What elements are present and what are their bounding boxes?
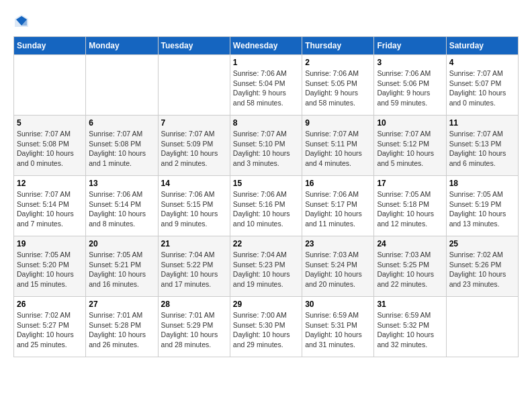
day-number: 8 bbox=[233, 118, 299, 128]
logo-icon bbox=[13, 13, 30, 30]
calendar-week-row: 1Sunrise: 7:06 AMSunset: 5:04 PMDaylight… bbox=[14, 55, 519, 116]
calendar-day-cell: 28Sunrise: 7:01 AMSunset: 5:29 PMDayligh… bbox=[158, 297, 230, 357]
day-number: 11 bbox=[449, 118, 515, 128]
day-number: 13 bbox=[89, 179, 154, 188]
calendar-day-cell bbox=[14, 55, 86, 116]
day-number: 9 bbox=[305, 118, 371, 128]
calendar-day-cell: 27Sunrise: 7:01 AMSunset: 5:28 PMDayligh… bbox=[86, 297, 158, 357]
calendar-week-row: 19Sunrise: 7:05 AMSunset: 5:20 PMDayligh… bbox=[14, 236, 519, 297]
day-info: Sunrise: 7:06 AMSunset: 5:04 PMDaylight:… bbox=[233, 68, 299, 108]
calendar-day-cell: 18Sunrise: 7:05 AMSunset: 5:19 PMDayligh… bbox=[446, 176, 518, 236]
day-info: Sunrise: 7:07 AMSunset: 5:08 PMDaylight:… bbox=[89, 129, 154, 169]
calendar-week-row: 26Sunrise: 7:02 AMSunset: 5:27 PMDayligh… bbox=[14, 297, 519, 357]
calendar-day-cell: 16Sunrise: 7:06 AMSunset: 5:17 PMDayligh… bbox=[302, 176, 374, 236]
day-info: Sunrise: 7:02 AMSunset: 5:27 PMDaylight:… bbox=[17, 310, 83, 350]
calendar-day-cell: 12Sunrise: 7:07 AMSunset: 5:14 PMDayligh… bbox=[14, 176, 86, 236]
calendar-week-row: 5Sunrise: 7:07 AMSunset: 5:08 PMDaylight… bbox=[14, 116, 519, 176]
day-number: 26 bbox=[17, 300, 83, 309]
day-number: 15 bbox=[233, 179, 299, 188]
day-number: 4 bbox=[449, 58, 515, 67]
day-number: 20 bbox=[89, 239, 154, 248]
day-number: 24 bbox=[377, 239, 443, 248]
day-info: Sunrise: 7:04 AMSunset: 5:23 PMDaylight:… bbox=[233, 250, 299, 289]
calendar-day-cell: 13Sunrise: 7:06 AMSunset: 5:14 PMDayligh… bbox=[86, 176, 158, 236]
day-number: 7 bbox=[161, 118, 227, 128]
calendar-day-cell: 25Sunrise: 7:02 AMSunset: 5:26 PMDayligh… bbox=[446, 236, 518, 297]
day-info: Sunrise: 7:07 AMSunset: 5:11 PMDaylight:… bbox=[305, 129, 371, 169]
calendar-day-cell: 5Sunrise: 7:07 AMSunset: 5:08 PMDaylight… bbox=[14, 116, 86, 176]
calendar-day-cell bbox=[158, 55, 230, 116]
day-number: 23 bbox=[305, 239, 371, 248]
day-info: Sunrise: 7:06 AMSunset: 5:06 PMDaylight:… bbox=[377, 68, 443, 108]
day-info: Sunrise: 7:03 AMSunset: 5:25 PMDaylight:… bbox=[377, 250, 443, 289]
day-number: 6 bbox=[89, 118, 154, 128]
day-info: Sunrise: 7:07 AMSunset: 5:12 PMDaylight:… bbox=[377, 129, 443, 169]
page-header bbox=[13, 13, 519, 30]
calendar-day-cell: 7Sunrise: 7:07 AMSunset: 5:09 PMDaylight… bbox=[158, 116, 230, 176]
calendar-day-cell: 22Sunrise: 7:04 AMSunset: 5:23 PMDayligh… bbox=[230, 236, 302, 297]
calendar-day-cell: 24Sunrise: 7:03 AMSunset: 5:25 PMDayligh… bbox=[374, 236, 446, 297]
calendar-day-cell: 19Sunrise: 7:05 AMSunset: 5:20 PMDayligh… bbox=[14, 236, 86, 297]
day-number: 21 bbox=[161, 239, 227, 248]
day-info: Sunrise: 7:02 AMSunset: 5:26 PMDaylight:… bbox=[449, 250, 515, 289]
day-info: Sunrise: 7:03 AMSunset: 5:24 PMDaylight:… bbox=[305, 250, 371, 289]
day-number: 22 bbox=[233, 239, 299, 248]
day-info: Sunrise: 7:06 AMSunset: 5:16 PMDaylight:… bbox=[233, 189, 299, 229]
calendar-day-cell: 9Sunrise: 7:07 AMSunset: 5:11 PMDaylight… bbox=[302, 116, 374, 176]
day-number: 17 bbox=[377, 179, 443, 188]
calendar-header-row: SundayMondayTuesdayWednesdayThursdayFrid… bbox=[14, 37, 519, 55]
day-number: 27 bbox=[89, 300, 154, 309]
calendar-day-header: Sunday bbox=[14, 37, 86, 55]
day-info: Sunrise: 7:05 AMSunset: 5:20 PMDaylight:… bbox=[17, 250, 83, 289]
day-info: Sunrise: 7:07 AMSunset: 5:14 PMDaylight:… bbox=[17, 189, 83, 229]
day-info: Sunrise: 7:01 AMSunset: 5:29 PMDaylight:… bbox=[161, 310, 227, 350]
day-number: 29 bbox=[233, 300, 299, 309]
day-number: 14 bbox=[161, 179, 227, 188]
day-info: Sunrise: 7:06 AMSunset: 5:17 PMDaylight:… bbox=[305, 189, 371, 229]
calendar-day-cell: 23Sunrise: 7:03 AMSunset: 5:24 PMDayligh… bbox=[302, 236, 374, 297]
calendar-day-cell bbox=[86, 55, 158, 116]
day-number: 19 bbox=[17, 239, 83, 248]
calendar-day-cell: 14Sunrise: 7:06 AMSunset: 5:15 PMDayligh… bbox=[158, 176, 230, 236]
day-number: 28 bbox=[161, 300, 227, 309]
day-number: 2 bbox=[305, 58, 371, 67]
calendar-day-cell: 29Sunrise: 7:00 AMSunset: 5:30 PMDayligh… bbox=[230, 297, 302, 357]
calendar-day-cell: 11Sunrise: 7:07 AMSunset: 5:13 PMDayligh… bbox=[446, 116, 518, 176]
calendar-day-header: Monday bbox=[86, 37, 158, 55]
day-info: Sunrise: 6:59 AMSunset: 5:31 PMDaylight:… bbox=[305, 310, 371, 350]
calendar-day-cell: 15Sunrise: 7:06 AMSunset: 5:16 PMDayligh… bbox=[230, 176, 302, 236]
calendar-day-cell: 4Sunrise: 7:07 AMSunset: 5:07 PMDaylight… bbox=[446, 55, 518, 116]
day-info: Sunrise: 7:07 AMSunset: 5:07 PMDaylight:… bbox=[449, 68, 515, 108]
calendar-day-cell: 21Sunrise: 7:04 AMSunset: 5:22 PMDayligh… bbox=[158, 236, 230, 297]
day-number: 12 bbox=[17, 179, 83, 188]
day-info: Sunrise: 7:07 AMSunset: 5:09 PMDaylight:… bbox=[161, 129, 227, 169]
calendar-day-cell: 8Sunrise: 7:07 AMSunset: 5:10 PMDaylight… bbox=[230, 116, 302, 176]
calendar-day-cell: 3Sunrise: 7:06 AMSunset: 5:06 PMDaylight… bbox=[374, 55, 446, 116]
calendar-day-cell: 1Sunrise: 7:06 AMSunset: 5:04 PMDaylight… bbox=[230, 55, 302, 116]
calendar-day-cell: 6Sunrise: 7:07 AMSunset: 5:08 PMDaylight… bbox=[86, 116, 158, 176]
logo bbox=[13, 13, 31, 30]
day-number: 10 bbox=[377, 118, 443, 128]
calendar-day-header: Wednesday bbox=[230, 37, 302, 55]
calendar-day-header: Friday bbox=[374, 37, 446, 55]
day-number: 16 bbox=[305, 179, 371, 188]
calendar-week-row: 12Sunrise: 7:07 AMSunset: 5:14 PMDayligh… bbox=[14, 176, 519, 236]
day-info: Sunrise: 6:59 AMSunset: 5:32 PMDaylight:… bbox=[377, 310, 443, 350]
day-info: Sunrise: 7:07 AMSunset: 5:13 PMDaylight:… bbox=[449, 129, 515, 169]
day-info: Sunrise: 7:01 AMSunset: 5:28 PMDaylight:… bbox=[89, 310, 154, 350]
day-number: 5 bbox=[17, 118, 83, 128]
calendar-day-cell: 17Sunrise: 7:05 AMSunset: 5:18 PMDayligh… bbox=[374, 176, 446, 236]
day-info: Sunrise: 7:05 AMSunset: 5:21 PMDaylight:… bbox=[89, 250, 154, 289]
day-number: 18 bbox=[449, 179, 515, 188]
day-number: 1 bbox=[233, 58, 299, 67]
calendar-day-header: Thursday bbox=[302, 37, 374, 55]
calendar-table: SundayMondayTuesdayWednesdayThursdayFrid… bbox=[13, 36, 519, 357]
day-info: Sunrise: 7:00 AMSunset: 5:30 PMDaylight:… bbox=[233, 310, 299, 350]
calendar-day-cell bbox=[446, 297, 518, 357]
day-info: Sunrise: 7:06 AMSunset: 5:14 PMDaylight:… bbox=[89, 189, 154, 229]
calendar-day-cell: 26Sunrise: 7:02 AMSunset: 5:27 PMDayligh… bbox=[14, 297, 86, 357]
day-info: Sunrise: 7:04 AMSunset: 5:22 PMDaylight:… bbox=[161, 250, 227, 289]
day-info: Sunrise: 7:06 AMSunset: 5:15 PMDaylight:… bbox=[161, 189, 227, 229]
day-info: Sunrise: 7:05 AMSunset: 5:19 PMDaylight:… bbox=[449, 189, 515, 229]
day-info: Sunrise: 7:06 AMSunset: 5:05 PMDaylight:… bbox=[305, 68, 371, 108]
